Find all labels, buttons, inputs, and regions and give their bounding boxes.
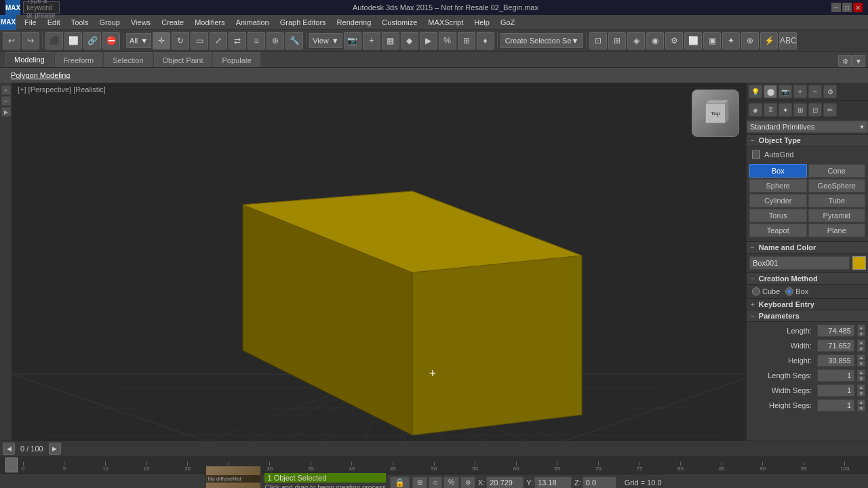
menu-tools[interactable]: Tools (66, 15, 94, 29)
menu-maxscript[interactable]: MAXScript (422, 15, 469, 29)
render-iter-button[interactable]: ◉ (646, 32, 664, 49)
prim-btn-teapot[interactable]: Teapot (749, 224, 807, 237)
primitives-dropdown[interactable]: Standard Primitives ▼ (747, 121, 868, 133)
tab-modeling[interactable]: Modeling (5, 52, 54, 67)
tab-menu-icon[interactable]: ▼ (852, 55, 865, 67)
render-prod-button[interactable]: ◈ (627, 32, 645, 49)
search-box[interactable]: Type a keyword or phrase (23, 1, 60, 14)
keyframe-button[interactable]: ◆ (401, 32, 418, 49)
menu-views[interactable]: Views (125, 15, 156, 29)
menu-edit[interactable]: Edit (42, 15, 66, 29)
y-coord-input[interactable] (534, 476, 572, 489)
sub-tab-polygon-modeling[interactable]: Polygon Modeling (5, 70, 75, 81)
render-frame-win-button[interactable]: ▣ (703, 32, 721, 49)
camera-button[interactable]: 📷 (344, 32, 361, 49)
left-nav-btn-2[interactable]: − (1, 96, 11, 106)
redo-button[interactable]: ↪ (22, 32, 39, 49)
width-spin-up[interactable]: ▲ (857, 340, 865, 346)
extra-3[interactable]: ✦ (722, 32, 740, 49)
creation-method-section-header[interactable]: − Creation Method (747, 272, 868, 285)
window-controls[interactable]: ─ □ ✕ (831, 3, 863, 12)
scale-button[interactable]: ⤢ (210, 32, 227, 49)
snap-percent-btn[interactable]: % (443, 476, 459, 489)
width-segs-spin-up[interactable]: ▲ (857, 384, 865, 390)
prim-btn-geosphere[interactable]: GeoSphere (808, 179, 866, 192)
timeline-nav-next[interactable]: ▶ (49, 443, 61, 455)
align-button[interactable]: ≡ (248, 32, 265, 49)
max-logo[interactable]: MAX (0, 15, 16, 30)
length-input[interactable] (817, 325, 854, 337)
named-sel-1[interactable]: ⊡ (589, 32, 607, 49)
keyboard-entry-section-header[interactable]: + Keyboard Entry (747, 298, 868, 310)
view-dropdown[interactable]: View ▼ (309, 33, 342, 48)
prim-btn-cone[interactable]: Cone (808, 164, 866, 178)
width-segs-spin-down[interactable]: ▼ (857, 390, 865, 396)
rect-select-button[interactable]: ▭ (191, 32, 208, 49)
use-pivot-button[interactable]: ⊕ (267, 32, 284, 49)
tab-object-paint[interactable]: Object Paint (154, 52, 212, 67)
object-color-swatch[interactable] (852, 256, 866, 270)
length-segs-spin-down[interactable]: ▼ (857, 375, 865, 382)
extra-1[interactable]: ⊞ (458, 32, 475, 49)
menu-animation[interactable]: Animation (231, 15, 275, 29)
height-input[interactable] (817, 354, 854, 367)
extra-5[interactable]: ⚡ (760, 32, 778, 49)
panel-icon-r2-4[interactable]: ⊞ (793, 103, 807, 117)
maximize-button[interactable]: □ (842, 3, 852, 12)
length-spin-down[interactable]: ▼ (857, 331, 865, 337)
panel-icon-systems[interactable]: ⚙ (823, 85, 837, 98)
viewport[interactable]: [+] [Perspective] [Realistic] Top (12, 83, 746, 441)
prim-btn-tube[interactable]: Tube (808, 194, 866, 207)
prim-btn-plane[interactable]: Plane (808, 224, 866, 237)
render-setup-button[interactable]: ⚙ (665, 32, 683, 49)
panel-icon-r2-6[interactable]: ✏ (823, 103, 837, 117)
select-move-button[interactable]: ✛ (153, 32, 170, 49)
object-type-section-header[interactable]: − Object Type (747, 134, 868, 146)
render-frame-button[interactable]: ▦ (382, 32, 399, 49)
height-segs-spin-up[interactable]: ▲ (857, 399, 865, 405)
time-slider[interactable] (5, 458, 18, 472)
extra-6[interactable]: ABC (779, 32, 797, 49)
height-segs-spin-down[interactable]: ▼ (857, 405, 865, 411)
prim-btn-torus[interactable]: Torus (749, 209, 807, 222)
filter-dropdown[interactable]: All ▼ (126, 33, 151, 48)
panel-icon-shape[interactable]: ⬤ (764, 85, 777, 98)
tab-extra-icon[interactable]: ⚙ (838, 55, 852, 67)
height-segs-input[interactable] (817, 399, 854, 411)
tab-freeform[interactable]: Freeform (55, 52, 103, 67)
link-button[interactable]: 🔗 (83, 32, 101, 49)
x-coord-input[interactable] (486, 476, 524, 489)
close-button[interactable]: ✕ (853, 3, 863, 12)
lock-button[interactable]: 🔒 (390, 476, 410, 489)
autogrid-checkbox[interactable] (752, 150, 760, 159)
select-region-button[interactable]: ⬜ (64, 32, 82, 49)
panel-icon-r2-5[interactable]: ⊡ (808, 103, 822, 117)
width-spin-down[interactable]: ▼ (857, 346, 865, 352)
minimize-button[interactable]: ─ (831, 3, 841, 12)
object-name-input[interactable] (749, 256, 850, 270)
panel-icon-r2-2[interactable]: ⧖ (764, 103, 777, 117)
panel-icon-r2-3[interactable]: ✦ (778, 103, 792, 117)
menu-group[interactable]: Group (94, 15, 125, 29)
prim-btn-pyramid[interactable]: Pyramid (808, 209, 866, 222)
unlink-button[interactable]: ⛔ (102, 32, 120, 49)
height-spin-down[interactable]: ▼ (857, 361, 865, 367)
parameters-section-header[interactable]: − Parameters (747, 310, 868, 322)
toggle-button[interactable]: + (363, 32, 380, 49)
length-spin-up[interactable]: ▲ (857, 325, 865, 331)
timeline-ruler[interactable]: 0 5 10 15 20 25 30 35 40 45 50 55 60 65 … (0, 456, 868, 473)
snap-spinner-btn[interactable]: ⊛ (460, 476, 475, 489)
left-nav-btn-1[interactable]: + (1, 85, 11, 95)
prim-btn-box[interactable]: Box (749, 164, 807, 178)
length-segs-input[interactable] (817, 369, 854, 382)
width-input[interactable] (817, 340, 854, 352)
height-spin-up[interactable]: ▲ (857, 354, 865, 361)
menu-create[interactable]: Create (156, 15, 189, 29)
panel-icon-helper[interactable]: + (793, 85, 807, 98)
menu-file[interactable]: File (19, 15, 42, 29)
width-segs-input[interactable] (817, 384, 854, 396)
snap-toggle-button[interactable]: 🔧 (285, 32, 303, 49)
anim-button[interactable]: ▶ (420, 32, 437, 49)
menu-graph-editors[interactable]: Graph Editors (275, 15, 332, 29)
extra-4[interactable]: ⊕ (741, 32, 759, 49)
